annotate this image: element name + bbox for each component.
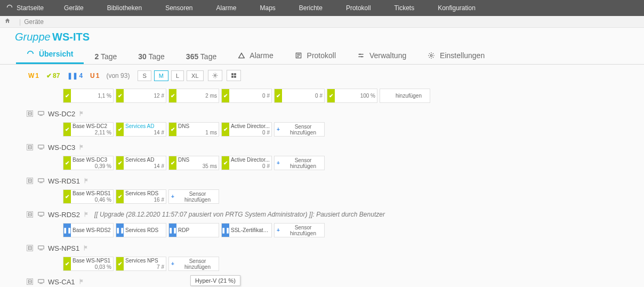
device-name[interactable]: WS-DC3 <box>48 144 75 152</box>
sensor-value: 14 # <box>125 130 164 136</box>
home-icon[interactable] <box>4 18 11 26</box>
plus-icon: + <box>169 261 176 267</box>
sensor-tile[interactable]: ✔DNS35 ms <box>168 156 219 170</box>
add-sensor-placeholder[interactable]: hinzufügen <box>380 89 430 103</box>
sensor-tile[interactable]: ✔DNS1 ms <box>168 122 219 137</box>
toolbar: W 1 ✔ 87 ❚❚ 4 U 1 (von 93) S M L XL <box>0 65 644 86</box>
add-sensor-button[interactable]: +Sensor hinzufügen <box>168 257 219 271</box>
count-warning[interactable]: W 1 <box>26 71 42 81</box>
sensor-tile[interactable]: ✔Active Director...0 # <box>221 122 272 137</box>
summary-sensor[interactable]: ✔0 # <box>274 89 325 103</box>
collapse-toggle[interactable]: ⊟ <box>27 245 33 251</box>
view-options[interactable] <box>208 70 222 81</box>
summary-sensor[interactable]: ✔2 ms <box>168 89 219 103</box>
sensor-status: ❚❚ <box>63 224 71 237</box>
add-sensor-button[interactable]: +Sensor hinzufügen <box>274 122 325 137</box>
sensor-name: Base WS-RDS1 <box>73 190 111 197</box>
tab-2days[interactable]: 2 Tage <box>84 48 127 64</box>
sensor-tile[interactable]: ✔Services AD14 # <box>116 156 166 170</box>
collapse-toggle[interactable]: ⊟ <box>27 110 33 117</box>
tab-overview[interactable]: Übersicht <box>16 45 84 64</box>
tab-alarms[interactable]: Alarme <box>227 47 284 64</box>
nav-sensors[interactable]: Sensoren <box>154 0 204 16</box>
count-ok[interactable]: ✔ 87 <box>44 71 62 81</box>
summary-sensor[interactable]: ✔12 # <box>116 89 166 103</box>
sensor-tile[interactable]: ✔Base WS-DC22,11 % <box>63 122 114 137</box>
nav-home[interactable]: Startseite <box>3 0 52 16</box>
sensor-tile[interactable]: ✔Services AD14 # <box>116 122 166 137</box>
add-sensor-button[interactable]: +Sensor hinzufügen <box>274 223 325 237</box>
device-name[interactable]: WS-DC2 <box>48 110 75 118</box>
device-name[interactable]: WS-RDS1 <box>48 177 80 185</box>
sensor-tile[interactable]: ✔Base WS-NPS10,03 % <box>63 257 114 271</box>
sensor-status: ✔ <box>116 257 124 270</box>
add-sensor-button[interactable]: +Sensor hinzufügen <box>274 156 325 170</box>
device-name[interactable]: WS-CA1 <box>48 278 75 286</box>
device-tree: ✔1,1 % ✔12 # ✔2 ms ✔0 # ✔0 # ✔100 % hinz… <box>0 89 644 287</box>
sensor-status: ❚❚ <box>116 224 124 237</box>
device-row: ⊟WS-RDS1 <box>27 174 633 187</box>
sensor-tile[interactable]: ❚❚Services RDS <box>116 223 166 237</box>
nav-config[interactable]: Konfiguration <box>426 0 487 16</box>
tab-settings[interactable]: Einstellungen <box>417 47 495 64</box>
tooltip: Hyper-V (21 %) <box>190 275 240 286</box>
sensor-status: ✔ <box>63 190 71 203</box>
summary-sensor[interactable]: ✔1,1 % <box>63 89 114 103</box>
collapse-toggle[interactable]: ⊟ <box>27 211 33 218</box>
device-name[interactable]: WS-RDS2 <box>48 211 80 219</box>
sensor-tile[interactable]: ✔Base WS-RDS10,46 % <box>63 189 114 204</box>
tab-log[interactable]: Protokoll <box>284 47 347 64</box>
sensor-name: RDP <box>178 227 217 234</box>
sensor-status: ❚❚ <box>222 224 229 237</box>
log-icon <box>295 52 302 61</box>
sensor-status: ✔ <box>222 156 229 170</box>
count-unusual[interactable]: U 1 <box>87 71 102 81</box>
nav-log[interactable]: Protokoll <box>334 0 383 16</box>
nav-devices[interactable]: Geräte <box>52 0 95 16</box>
sensor-tile[interactable]: ✔Active Director...0 # <box>221 156 272 170</box>
sensor-value: 0,03 % <box>73 264 111 270</box>
tab-365days[interactable]: 365 Tage <box>175 48 227 64</box>
summary-sensor[interactable]: ✔0 # <box>221 89 272 103</box>
svg-rect-6 <box>234 73 236 75</box>
nav-libraries[interactable]: Bibliotheken <box>95 0 154 16</box>
tab-30days[interactable]: 30 Tage <box>127 48 175 64</box>
flag-icon[interactable] <box>83 211 90 218</box>
nav-reports[interactable]: Berichte <box>287 0 334 16</box>
breadcrumb-devices[interactable]: Geräte <box>24 18 44 26</box>
sensor-tile[interactable]: ✔Base WS-DC30,39 % <box>63 156 114 170</box>
sensor-tile[interactable]: ✔Services NPS7 # <box>116 257 166 271</box>
sensor-tile[interactable]: ✔Services RDS16 # <box>116 189 166 204</box>
size-l[interactable]: L <box>171 70 184 81</box>
flag-icon[interactable] <box>83 177 90 185</box>
svg-rect-8 <box>234 76 236 78</box>
svg-rect-18 <box>39 249 43 250</box>
size-m[interactable]: M <box>154 70 168 81</box>
nav-alarms[interactable]: Alarme <box>205 0 248 16</box>
tab-admin[interactable]: Verwaltung <box>347 47 417 64</box>
flag-icon[interactable] <box>83 244 90 252</box>
nav-tickets[interactable]: Tickets <box>383 0 426 16</box>
summary-sensor[interactable]: ✔100 % <box>327 89 377 103</box>
overview-icon <box>27 50 34 59</box>
collapse-toggle[interactable]: ⊟ <box>27 178 33 184</box>
sensor-status: ❚❚ <box>169 224 176 237</box>
flag-icon[interactable] <box>78 110 85 117</box>
sensor-tile[interactable]: ❚❚RDP <box>168 223 219 237</box>
nav-maps[interactable]: Maps <box>248 0 287 16</box>
sensor-status: ✔ <box>116 123 124 136</box>
size-xl[interactable]: XL <box>187 70 203 81</box>
sensor-name: Active Director... <box>231 123 270 130</box>
flag-icon[interactable] <box>78 278 85 285</box>
size-s[interactable]: S <box>138 70 151 81</box>
sensor-tile[interactable]: ❚❚Base WS-RDS2 <box>63 223 114 237</box>
flag-icon[interactable] <box>78 144 85 151</box>
sensor-tile[interactable]: ❚❚SSL-Zertifikats... <box>221 223 272 237</box>
count-paused[interactable]: ❚❚ 4 <box>65 71 85 81</box>
sensor-value: 0 # <box>231 130 270 136</box>
collapse-toggle[interactable]: ⊟ <box>27 144 33 150</box>
view-grid[interactable] <box>227 70 241 81</box>
device-name[interactable]: WS-NPS1 <box>48 244 79 252</box>
collapse-toggle[interactable]: ⊟ <box>27 278 33 285</box>
add-sensor-button[interactable]: +Sensor hinzufügen <box>168 189 219 204</box>
